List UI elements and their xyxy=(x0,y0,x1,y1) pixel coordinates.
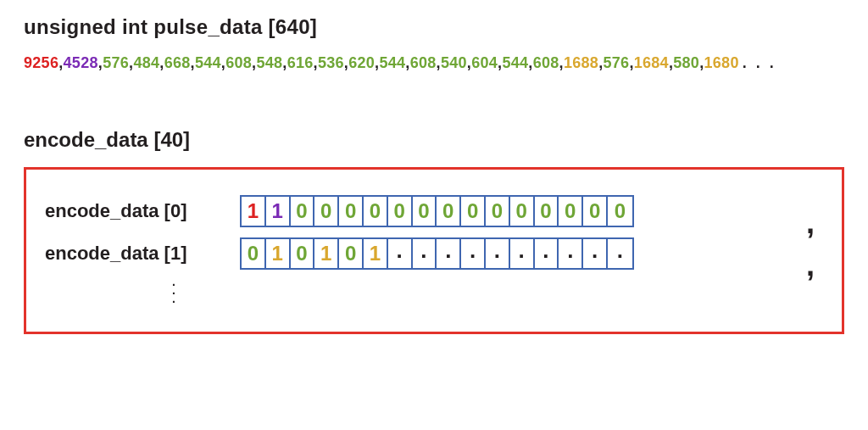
bit-cell: 0 xyxy=(486,197,510,226)
bit-cell: 1 xyxy=(242,197,266,226)
bit-cell: . xyxy=(583,239,608,268)
pulse-array-heading: unsigned int pulse_data [640] xyxy=(24,15,844,39)
bit-cell: 0 xyxy=(583,197,608,226)
pulse-value: 576 xyxy=(603,54,629,71)
bit-cell: 0 xyxy=(242,239,266,268)
bit-cell: 0 xyxy=(388,197,413,226)
pulse-value: 1688 xyxy=(564,54,598,71)
pulse-value: 576 xyxy=(103,54,129,71)
bit-cell: . xyxy=(510,239,535,268)
bit-cell: 0 xyxy=(559,197,583,226)
bit-cell: 0 xyxy=(291,239,315,268)
bit-cell: 0 xyxy=(314,197,339,226)
bit-cell: . xyxy=(388,239,413,268)
bit-cell: 0 xyxy=(339,197,364,226)
bit-cell: 0 xyxy=(413,197,437,226)
bit-cell: 0 xyxy=(608,197,632,226)
bit-cell: 0 xyxy=(339,239,364,268)
bit-cell: 0 xyxy=(291,197,315,226)
pulse-value: 604 xyxy=(471,54,498,71)
encode-row: encode_data [0]1100000000000000, xyxy=(45,193,823,229)
bit-cell: 0 xyxy=(364,197,388,226)
pulse-value: 548 xyxy=(256,54,282,71)
pulse-value: 9256 xyxy=(24,54,58,71)
pulse-value: 668 xyxy=(164,54,191,71)
pulse-value: 536 xyxy=(318,54,344,71)
bit-cell: 0 xyxy=(510,197,535,226)
bit-cell: . xyxy=(535,239,559,268)
pulse-value: 544 xyxy=(502,54,528,71)
bit-grid: 1100000000000000 xyxy=(240,195,634,227)
pulse-value: 544 xyxy=(195,54,221,71)
bit-cell: 0 xyxy=(535,197,559,226)
bit-cell: 1 xyxy=(266,197,291,226)
pulse-value: 580 xyxy=(673,54,699,71)
encode-array-heading: encode_data [40] xyxy=(24,128,844,152)
pulse-value: 608 xyxy=(410,54,437,71)
row-comma: , xyxy=(806,205,815,241)
bit-cell: 1 xyxy=(314,239,339,268)
encode-row-label: encode_data [1] xyxy=(45,243,240,265)
encode-row-label: encode_data [0] xyxy=(45,200,240,222)
bit-grid: 010101.......... xyxy=(240,237,634,270)
pulse-value: 540 xyxy=(441,54,467,71)
pulse-value: 608 xyxy=(225,54,252,71)
row-comma: , xyxy=(806,248,815,283)
pulse-value: 620 xyxy=(348,54,375,71)
bit-cell: . xyxy=(437,239,461,268)
encode-data-box: encode_data [0]1100000000000000,encode_d… xyxy=(24,167,844,334)
bit-cell: 0 xyxy=(437,197,461,226)
pulse-value: 616 xyxy=(287,54,314,71)
pulse-value: 608 xyxy=(533,54,559,71)
encode-row: encode_data [1]010101.........., xyxy=(45,236,823,271)
bit-cell: 0 xyxy=(461,197,486,226)
pulse-value: 1680 xyxy=(704,54,739,71)
bit-cell: . xyxy=(486,239,510,268)
pulse-value: 1684 xyxy=(634,54,669,71)
bit-cell: . xyxy=(413,239,437,268)
bit-cell: 1 xyxy=(364,239,388,268)
bit-cell: 1 xyxy=(266,239,291,268)
pulse-data-sequence: 9256,4528,576,484,668,544,608,548,616,53… xyxy=(24,54,844,72)
pulse-value: 484 xyxy=(133,54,159,71)
trailing-ellipsis: . . . xyxy=(739,54,776,71)
bit-cell: . xyxy=(559,239,583,268)
pulse-value: 4528 xyxy=(64,54,98,71)
pulse-value: 544 xyxy=(379,54,405,71)
bit-cell: . xyxy=(461,239,486,268)
bit-cell: . xyxy=(608,239,632,268)
vertical-ellipsis: . . . xyxy=(172,278,823,303)
